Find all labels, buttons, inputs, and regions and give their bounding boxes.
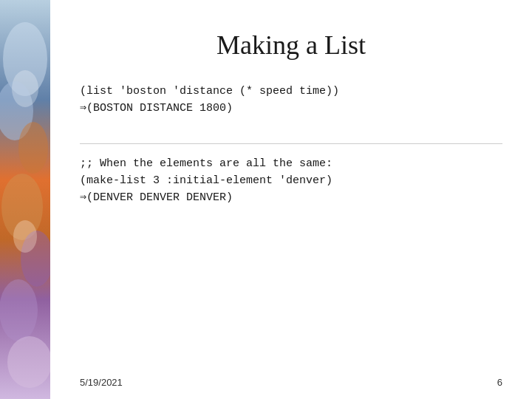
code-line-2-3: ⇒(DENVER DENVER DENVER) <box>80 189 502 206</box>
code-line-1-2: ⇒(BOSTON DISTANCE 1800) <box>80 100 502 117</box>
code-block-1: (list 'boston 'distance (* speed time)) … <box>80 83 502 117</box>
code-block-2: ;; When the elements are all the same: (… <box>80 155 502 207</box>
svg-point-3 <box>18 122 48 174</box>
svg-point-7 <box>7 336 50 388</box>
decorative-strip <box>0 0 50 399</box>
code-line-1-1: (list 'boston 'distance (* speed time)) <box>80 83 502 100</box>
slide-content: Making a List (list 'boston 'distance (*… <box>50 0 532 399</box>
code-line-2-2: (make-list 3 :initial-element 'denver) <box>80 172 502 189</box>
footer-date: 5/19/2021 <box>80 377 123 388</box>
svg-point-8 <box>12 70 38 107</box>
code-line-2-1: ;; When the elements are all the same: <box>80 155 502 172</box>
slide-footer: 5/19/2021 6 <box>50 377 532 388</box>
svg-point-9 <box>13 220 37 253</box>
divider <box>80 143 502 144</box>
svg-point-6 <box>0 279 38 341</box>
footer-page: 6 <box>497 377 502 388</box>
slide-title: Making a List <box>80 30 502 61</box>
